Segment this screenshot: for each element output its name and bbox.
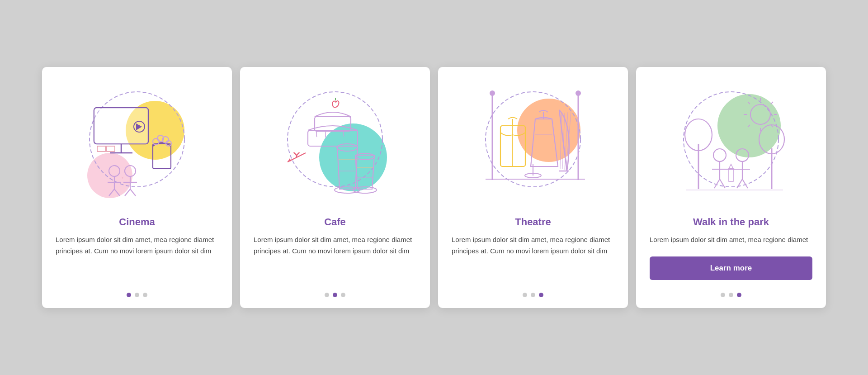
svg-point-76	[713, 149, 726, 161]
svg-rect-10	[107, 146, 115, 152]
cinema-card: Cinema Lorem ipsum dolor sit dim amet, m…	[42, 67, 232, 308]
park-title: Walk in the park	[693, 216, 769, 228]
park-svg	[650, 81, 812, 207]
svg-line-25	[130, 189, 136, 196]
theatre-text: Lorem ipsum dolor sit dim amet, mea regi…	[452, 234, 614, 257]
cafe-title: Cafe	[324, 216, 346, 228]
park-dots	[721, 288, 741, 297]
learn-more-button[interactable]: Learn more	[650, 256, 812, 280]
theatre-title: Theatre	[515, 216, 551, 228]
cinema-dots	[127, 288, 147, 297]
cards-container: Cinema Lorem ipsum dolor sit dim amet, m…	[28, 53, 840, 322]
park-card: Walk in the park Lorem ipsum dolor sit d…	[636, 67, 826, 308]
svg-point-46	[576, 90, 581, 96]
dot-2[interactable]	[333, 293, 337, 297]
cinema-svg	[56, 81, 218, 207]
dot-1[interactable]	[127, 293, 131, 297]
svg-point-1	[87, 153, 132, 198]
svg-point-41	[517, 99, 580, 162]
svg-line-84	[737, 179, 742, 188]
svg-point-45	[490, 90, 495, 96]
dot-3[interactable]	[737, 293, 741, 297]
cafe-text: Lorem ipsum dolor sit dim amet, mea regi…	[254, 234, 416, 257]
cafe-card: Cafe Lorem ipsum dolor sit dim amet, mea…	[240, 67, 430, 308]
dot-1[interactable]	[325, 293, 329, 297]
svg-rect-9	[97, 146, 105, 152]
cafe-illustration	[254, 81, 416, 207]
theatre-dots	[523, 288, 543, 297]
dot-3[interactable]	[341, 293, 345, 297]
cinema-illustration	[56, 81, 218, 207]
dot-2[interactable]	[729, 293, 733, 297]
svg-rect-88	[729, 169, 733, 181]
svg-marker-32	[288, 158, 291, 162]
theatre-svg	[452, 81, 614, 207]
svg-marker-89	[729, 164, 733, 169]
svg-line-80	[720, 179, 725, 188]
dot-3[interactable]	[539, 293, 543, 297]
svg-line-65	[771, 102, 773, 104]
theatre-card: Theatre Lorem ipsum dolor sit dim amet, …	[438, 67, 628, 308]
dot-1[interactable]	[523, 293, 527, 297]
cafe-dots	[325, 288, 345, 297]
dot-2[interactable]	[531, 293, 535, 297]
dot-3[interactable]	[143, 293, 147, 297]
park-text: Lorem ipsum dolor sit dim amet, mea regi…	[650, 234, 812, 246]
cinema-title: Cinema	[119, 216, 155, 228]
svg-point-26	[319, 123, 387, 191]
svg-line-85	[742, 179, 748, 188]
park-illustration	[650, 81, 812, 207]
cafe-svg	[254, 81, 416, 207]
theatre-illustration	[452, 81, 614, 207]
dot-1[interactable]	[721, 293, 725, 297]
dot-2[interactable]	[135, 293, 139, 297]
cinema-text: Lorem ipsum dolor sit dim amet, mea regi…	[56, 234, 218, 257]
